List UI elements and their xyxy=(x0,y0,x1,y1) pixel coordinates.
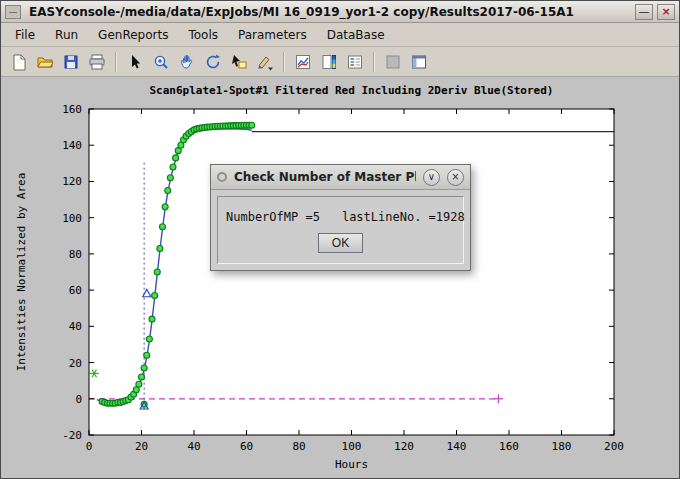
insert-legend-button[interactable] xyxy=(342,49,368,75)
chart-canvas[interactable]: 020406080100120140160180200-200204060801… xyxy=(1,77,679,478)
dialog-collapse-button[interactable]: ∨ xyxy=(423,169,440,186)
brush-dropdown-icon xyxy=(256,53,274,71)
cursor-icon xyxy=(126,53,144,71)
rotate-3d-button[interactable] xyxy=(200,49,226,75)
link-plots-icon xyxy=(294,53,312,71)
svg-text:-20: -20 xyxy=(62,429,82,442)
toolbar xyxy=(1,47,679,77)
hide-plot-tools-button[interactable] xyxy=(380,49,406,75)
window-title: EASYconsole-/media/data/ExpJobs/MI 16_09… xyxy=(25,5,631,19)
svg-text:100: 100 xyxy=(62,212,82,225)
data-cursor-button[interactable] xyxy=(226,49,252,75)
zoom-in-button[interactable] xyxy=(148,49,174,75)
svg-text:40: 40 xyxy=(69,320,82,333)
close-button[interactable]: × xyxy=(657,4,675,20)
svg-text:Intensities Normalized by Area: Intensities Normalized by Area xyxy=(15,173,28,372)
check-master-plates-dialog: Check Number of Master Pla ∨ × NumberOfM… xyxy=(210,164,471,271)
menu-database[interactable]: DataBase xyxy=(317,24,395,46)
dialog-close-button[interactable]: × xyxy=(447,169,464,186)
toolbar-separator xyxy=(373,52,375,72)
data-cursor-icon xyxy=(230,53,248,71)
new-file-icon xyxy=(10,53,28,71)
hide-plot-tools-icon xyxy=(384,53,402,71)
open-folder-icon xyxy=(36,53,54,71)
open-file-button[interactable] xyxy=(32,49,58,75)
svg-text:40: 40 xyxy=(187,440,200,453)
svg-text:200: 200 xyxy=(604,440,624,453)
svg-text:140: 140 xyxy=(62,139,82,152)
svg-text:160: 160 xyxy=(499,440,519,453)
toolbar-separator xyxy=(283,52,285,72)
menubar: File Run GenReports Tools Parameters Dat… xyxy=(1,23,679,47)
print-icon xyxy=(88,53,106,71)
ok-button[interactable]: OK xyxy=(318,233,363,253)
rotate-icon xyxy=(204,53,222,71)
print-button[interactable] xyxy=(84,49,110,75)
dialog-body: NumberOfMP =5 lastLineNo. =1928 OK xyxy=(211,190,470,270)
toolbar-separator xyxy=(115,52,117,72)
svg-text:0: 0 xyxy=(86,440,93,453)
svg-text:20: 20 xyxy=(69,357,82,370)
dialog-title: Check Number of Master Pla xyxy=(234,170,416,184)
svg-text:60: 60 xyxy=(240,440,253,453)
figure-area: 020406080100120140160180200-200204060801… xyxy=(1,77,679,478)
link-plots-button[interactable] xyxy=(290,49,316,75)
menu-tools[interactable]: Tools xyxy=(178,24,228,46)
menu-run[interactable]: Run xyxy=(45,24,88,46)
menu-parameters[interactable]: Parameters xyxy=(228,24,317,46)
new-file-button[interactable] xyxy=(6,49,32,75)
svg-text:0: 0 xyxy=(75,393,82,406)
dialog-message: NumberOfMP =5 lastLineNo. =1928 xyxy=(226,210,455,224)
brush-button[interactable] xyxy=(252,49,278,75)
svg-text:Scan6plate1-Spot#1 Filtered Re: Scan6plate1-Spot#1 Filtered Red Includin… xyxy=(150,84,554,97)
svg-text:Hours: Hours xyxy=(335,458,368,471)
pan-button[interactable] xyxy=(174,49,200,75)
show-plot-tools-button[interactable] xyxy=(406,49,432,75)
app-window: — EASYconsole-/media/data/ExpJobs/MI 16_… xyxy=(0,0,680,479)
window-menu-icon[interactable]: — xyxy=(5,5,21,19)
menu-file[interactable]: File xyxy=(5,24,45,46)
number-of-mp-value: NumberOfMP =5 xyxy=(226,210,320,224)
hand-icon xyxy=(178,53,196,71)
minimize-button[interactable]: — xyxy=(635,4,653,20)
last-line-no-value: lastLineNo. =1928 xyxy=(342,210,465,224)
colorbar-icon xyxy=(320,53,338,71)
show-plot-tools-icon xyxy=(410,53,428,71)
svg-text:180: 180 xyxy=(552,440,572,453)
menu-genreports[interactable]: GenReports xyxy=(88,24,178,46)
svg-text:120: 120 xyxy=(394,440,414,453)
dialog-icon xyxy=(217,172,227,182)
svg-text:20: 20 xyxy=(135,440,148,453)
svg-text:60: 60 xyxy=(69,284,82,297)
save-icon xyxy=(62,53,80,71)
insert-colorbar-button[interactable] xyxy=(316,49,342,75)
svg-text:120: 120 xyxy=(62,175,82,188)
svg-text:80: 80 xyxy=(292,440,305,453)
dialog-titlebar[interactable]: Check Number of Master Pla ∨ × xyxy=(211,165,470,190)
zoom-in-icon xyxy=(152,53,170,71)
svg-text:140: 140 xyxy=(447,440,467,453)
svg-text:160: 160 xyxy=(62,103,82,116)
titlebar: — EASYconsole-/media/data/ExpJobs/MI 16_… xyxy=(1,1,679,23)
dialog-content-panel: NumberOfMP =5 lastLineNo. =1928 OK xyxy=(217,196,464,264)
legend-icon xyxy=(346,53,364,71)
save-button[interactable] xyxy=(58,49,84,75)
svg-text:100: 100 xyxy=(342,440,362,453)
edit-plot-button[interactable] xyxy=(122,49,148,75)
svg-text:80: 80 xyxy=(69,248,82,261)
